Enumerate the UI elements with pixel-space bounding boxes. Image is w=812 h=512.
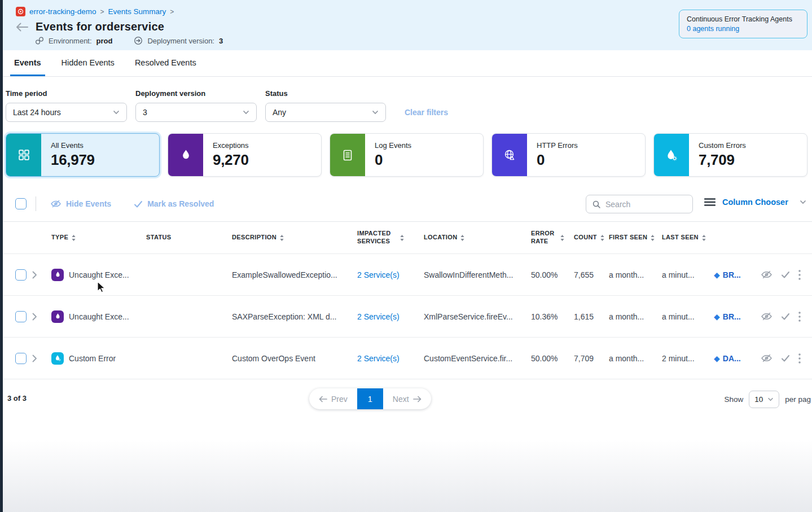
ticket-link[interactable]: ◆ BR... [714,312,758,321]
table-row[interactable]: Custom Error Custom OverOps Event 2 Serv… [3,338,812,379]
last-seen-cell: 2 minut... [662,354,714,363]
card-label: HTTP Errors [537,141,645,150]
stat-cards-row: All Events 16,979 Exceptions 9,270 [6,133,807,177]
breadcrumb-events-summary-link[interactable]: Events Summary [108,7,166,16]
column-header-count[interactable]: COUNT [574,234,609,242]
page-size-controls: Show 10 per pag [724,391,811,408]
chevron-down-icon [800,200,806,204]
impacted-services-link[interactable]: 2 Service(s) [357,312,400,321]
column-header-error-rate[interactable]: ERROR RATE [531,230,574,246]
row-checkbox[interactable] [15,353,27,364]
ticket-link[interactable]: ◆ BR... [714,270,758,279]
bulk-action-toolbar: Hide Events Mark as Resolved Column Choo… [3,193,812,215]
time-period-select[interactable]: Last 24 hours [6,103,127,122]
row-expand-chevron-icon[interactable] [32,271,51,279]
row-checkbox[interactable] [15,269,27,281]
row-expand-chevron-icon[interactable] [32,355,51,362]
hide-event-icon[interactable] [761,353,773,363]
prev-page-button[interactable]: Prev [309,388,357,409]
column-header-last-seen[interactable]: LAST SEEN [662,234,714,242]
status-filter-label: Status [265,89,386,98]
stat-card-all-events[interactable]: All Events 16,979 [6,133,160,177]
arrow-left-icon [319,396,327,402]
select-all-checkbox[interactable] [15,198,27,209]
impacted-services-link[interactable]: 2 Service(s) [357,270,400,279]
count-cell: 1,615 [574,312,609,321]
kebab-menu-icon[interactable] [798,312,801,322]
card-value: 0 [375,151,483,169]
breadcrumb-separator: > [100,8,104,16]
hide-events-button[interactable]: Hide Events [50,199,111,208]
column-header-description[interactable]: DESCRIPTION [232,234,357,242]
deployment-version-label: Deployment version: [147,37,214,45]
table-row[interactable]: Uncaught Exce... SAXParseException: XML … [3,296,812,338]
hide-event-icon[interactable] [761,270,773,279]
search-icon [592,200,601,209]
clear-filters-button[interactable]: Clear filters [405,108,448,117]
environment-icon [35,36,44,45]
column-header-impacted-services[interactable]: IMPACTED SERVICES [357,230,424,246]
tab-hidden-events[interactable]: Hidden Events [58,50,118,76]
column-header-status[interactable]: STATUS [146,234,232,242]
stat-card-http-errors[interactable]: HTTP Errors 0 [491,133,646,177]
hide-event-icon[interactable] [761,312,773,321]
error-tracking-page: error-tracking-demo > Events Summary > E… [0,0,812,512]
page-header: error-tracking-demo > Events Summary > E… [3,0,812,50]
back-arrow-icon[interactable] [16,23,28,32]
last-seen-cell: a minut... [662,270,714,279]
stat-card-custom-errors[interactable]: Custom Errors 7,709 [653,133,807,177]
impacted-services-link[interactable]: 2 Service(s) [357,354,400,363]
tab-resolved-events[interactable]: Resolved Events [131,50,200,76]
card-label: Log Events [375,141,483,150]
show-label: Show [724,395,743,404]
page-size-select[interactable]: 10 [749,391,779,408]
mark-as-resolved-button[interactable]: Mark as Resolved [134,199,214,208]
card-value: 0 [537,151,645,169]
resolve-event-icon[interactable] [781,313,790,320]
column-header-type[interactable]: TYPE [51,234,146,242]
diamond-icon: ◆ [714,312,720,321]
sort-arrows-icon [400,235,404,241]
count-cell: 7,709 [574,354,609,363]
sort-arrows-icon [560,235,564,241]
eye-off-icon [50,199,62,208]
error-rate-cell: 50.00% [531,354,574,363]
page-number-button[interactable]: 1 [357,388,383,409]
check-icon [134,200,143,208]
stat-card-log-events[interactable]: Log Events 0 [330,133,484,177]
kebab-menu-icon[interactable] [798,270,801,280]
row-expand-chevron-icon[interactable] [32,313,51,321]
ticket-link[interactable]: ◆ DA... [714,354,758,363]
chevron-down-icon [372,110,379,115]
kebab-menu-icon[interactable] [798,353,801,364]
next-page-button[interactable]: Next [383,388,431,409]
diamond-icon: ◆ [714,270,720,279]
tab-events[interactable]: Events [10,50,45,76]
deployment-version-select[interactable]: 3 [135,103,257,122]
arrow-right-icon [413,396,422,402]
agents-running-link[interactable]: 0 agents running [687,25,800,33]
resolve-event-icon[interactable] [781,355,790,362]
breadcrumb-project-link[interactable]: error-tracking-demo [29,7,96,16]
deployment-version-filter-value: 3 [143,108,147,117]
column-header-first-seen[interactable]: FIRST SEEN [609,234,662,242]
location-cell: CustomEventService.fir... [424,354,531,363]
search-input[interactable] [605,200,679,209]
column-header-location[interactable]: LOCATION [424,234,531,242]
event-type-text: Custom Error [69,354,116,363]
card-value: 9,270 [213,151,321,169]
row-checkbox[interactable] [15,311,27,322]
status-select[interactable]: Any [265,103,386,122]
sort-arrows-icon [280,235,284,241]
location-cell: SwallowInDifferentMeth... [424,270,531,279]
filters-section: Time period Last 24 hours Deployment ver… [3,77,812,133]
description-cell: Custom OverOps Event [232,354,357,363]
agents-panel-title: Continuous Error Tracking Agents [687,15,800,23]
table-header-row: TYPE STATUS DESCRIPTION IMPACTED SERVICE… [3,222,812,254]
table-row[interactable]: Uncaught Exce... ExampleSwallowedExcepti… [3,254,812,296]
toolbar-divider [36,196,36,211]
resolve-event-icon[interactable] [781,271,790,278]
column-chooser-button[interactable]: Column Chooser [704,198,806,207]
flame-icon [179,148,192,161]
stat-card-exceptions[interactable]: Exceptions 9,270 [168,133,322,177]
